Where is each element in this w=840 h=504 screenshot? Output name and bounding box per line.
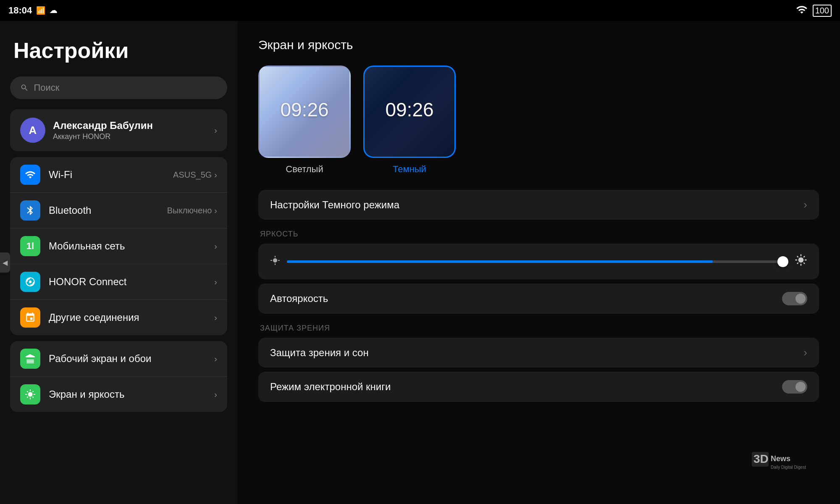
brightness-high-icon — [795, 254, 807, 269]
bluetooth-value: Выключено › — [167, 206, 217, 215]
bottom-settings-list: Рабочий экран и обои › Экран и яркость › — [10, 341, 227, 412]
theme-dark-preview: 09:26 — [363, 66, 456, 158]
svg-point-0 — [29, 281, 32, 284]
connectivity-settings-list: Wi-Fi ASUS_5G › Bluetooth — [10, 157, 227, 335]
wifi-chevron: › — [214, 170, 217, 180]
bluetooth-item[interactable]: Bluetooth Выключено › — [10, 193, 227, 228]
eye-sleep-chevron: › — [803, 346, 807, 359]
account-info: А Александр Бабулин Аккаунт HONOR — [20, 118, 153, 143]
theme-light-label: Светлый — [286, 164, 323, 175]
bluetooth-label: Bluetooth — [49, 205, 91, 216]
theme-selector: 09:26 Светлый 09:26 Темный — [258, 66, 819, 175]
watermark: 3D News Daily Digital Digest — [752, 452, 819, 479]
auto-brightness-row: Автояркость — [258, 284, 819, 314]
cloud-icon: ☁ — [50, 6, 57, 15]
sim-icon: 📶 — [36, 6, 45, 15]
screen-brightness-label: Экран и яркость — [49, 388, 124, 400]
ebook-toggle[interactable] — [782, 380, 807, 394]
eye-protection-header: ЗАЩИТА ЗРЕНИЯ — [260, 324, 819, 333]
status-bar-left: 18:04 📶 ☁ — [8, 5, 57, 16]
svg-text:News: News — [771, 454, 790, 463]
other-connections-label: Другие соединения — [49, 312, 139, 323]
screen-brightness-chevron: › — [214, 390, 217, 399]
main-layout: ◀ Настройки А Александр Бабулин Аккаунт … — [0, 21, 840, 504]
bluetooth-icon — [20, 200, 40, 220]
wifi-item[interactable]: Wi-Fi ASUS_5G › — [10, 157, 227, 193]
ebook-row: Режим электронной книги — [258, 372, 819, 402]
auto-brightness-label: Автояркость — [270, 293, 328, 304]
honor-connect-icon — [20, 272, 40, 292]
svg-text:3D: 3D — [753, 452, 769, 465]
theme-dark-clock: 09:26 — [385, 98, 433, 121]
wifi-label: Wi-Fi — [49, 169, 72, 181]
left-panel: ◀ Настройки А Александр Бабулин Аккаунт … — [0, 21, 237, 504]
collapse-arrow[interactable]: ◀ — [0, 252, 10, 273]
home-screen-chevron: › — [214, 354, 217, 364]
eye-sleep-row[interactable]: Защита зрения и сон › — [258, 338, 819, 368]
home-screen-label: Рабочий экран и обои — [49, 353, 151, 365]
status-bar-right: 100 — [796, 4, 832, 17]
bluetooth-chevron: › — [214, 206, 217, 215]
brightness-section-header: ЯРКОСТЬ — [260, 230, 819, 239]
theme-dark-option[interactable]: 09:26 Темный — [363, 66, 456, 175]
brightness-slider[interactable] — [287, 260, 788, 263]
account-chevron: › — [214, 126, 217, 135]
auto-brightness-toggle[interactable] — [782, 292, 807, 305]
avatar: А — [20, 118, 45, 143]
screen-brightness-icon — [20, 384, 40, 404]
battery-icon: 100 — [813, 5, 832, 17]
home-screen-item[interactable]: Рабочий экран и обои › — [10, 341, 227, 377]
ebook-label: Режим электронной книги — [270, 381, 391, 393]
mobile-chevron: › — [214, 242, 217, 251]
honor-connect-label: HONOR Connect — [49, 276, 126, 288]
screen-brightness-item[interactable]: Экран и яркость › — [10, 377, 227, 412]
wifi-status-icon — [796, 4, 808, 17]
theme-light-preview: 09:26 — [258, 66, 351, 158]
other-connections-item[interactable]: Другие соединения › — [10, 300, 227, 335]
other-connections-chevron: › — [214, 313, 217, 323]
account-subtitle: Аккаунт HONOR — [53, 132, 153, 141]
theme-light-option[interactable]: 09:26 Светлый — [258, 66, 351, 175]
honor-connect-item[interactable]: HONOR Connect › — [10, 264, 227, 300]
honor-connect-chevron: › — [214, 277, 217, 287]
status-time: 18:04 — [8, 5, 32, 16]
search-icon — [20, 83, 29, 92]
eye-sleep-label: Защита зрения и сон — [270, 347, 369, 359]
auto-brightness-toggle-thumb — [795, 294, 806, 304]
svg-text:Daily Digital Digest: Daily Digital Digest — [771, 465, 806, 470]
search-bar[interactable] — [10, 76, 227, 99]
account-card[interactable]: А Александр Бабулин Аккаунт HONOR › — [10, 109, 227, 151]
settings-title: Настройки — [10, 38, 227, 63]
right-panel: Экран и яркость 09:26 Светлый 09:26 Темн… — [237, 21, 840, 504]
dark-mode-settings-chevron: › — [803, 198, 807, 211]
dark-mode-settings-row[interactable]: Настройки Темного режима › — [258, 190, 819, 220]
home-screen-icon — [20, 349, 40, 369]
mobile-icon: 1l — [20, 236, 40, 256]
dark-mode-settings-label: Настройки Темного режима — [270, 199, 399, 211]
status-bar: 18:04 📶 ☁ 100 — [0, 0, 840, 21]
account-name: Александр Бабулин — [53, 120, 153, 131]
ebook-toggle-thumb — [795, 382, 806, 392]
mobile-item[interactable]: 1l Мобильная сеть › — [10, 228, 227, 264]
theme-light-clock: 09:26 — [280, 98, 328, 121]
theme-dark-label: Темный — [393, 164, 426, 175]
account-text: Александр Бабулин Аккаунт HONOR — [53, 120, 153, 141]
other-connections-icon — [20, 307, 40, 328]
brightness-low-icon — [270, 255, 280, 268]
brightness-section — [258, 244, 819, 279]
brightness-fill — [287, 260, 713, 263]
brightness-thumb — [777, 256, 788, 267]
search-input[interactable] — [34, 82, 217, 93]
right-panel-title: Экран и яркость — [258, 38, 819, 52]
wifi-value: ASUS_5G › — [173, 170, 217, 180]
wifi-icon — [20, 165, 40, 185]
mobile-label: Мобильная сеть — [49, 240, 125, 252]
brightness-row — [270, 254, 807, 269]
